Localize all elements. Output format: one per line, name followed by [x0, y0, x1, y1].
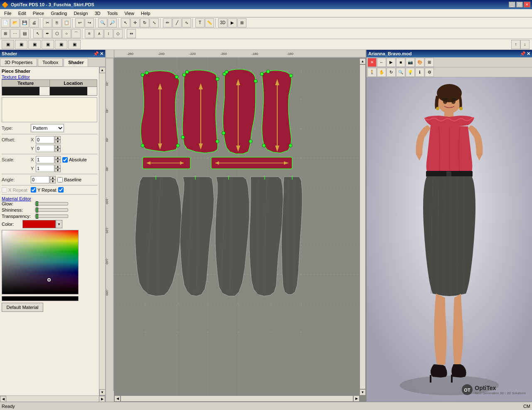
menu-view[interactable]: View: [121, 10, 138, 17]
menu-grading[interactable]: Grading: [47, 10, 70, 17]
absolute-checkbox[interactable]: [62, 157, 68, 163]
scale-x-up[interactable]: ▲: [55, 156, 61, 160]
scale-y-down[interactable]: ▼: [55, 168, 61, 172]
tb-circle[interactable]: ○: [62, 29, 71, 38]
tb-copy[interactable]: ⎘: [52, 18, 62, 27]
type-select[interactable]: Pattern: [31, 124, 64, 132]
tb-simulate[interactable]: ▶: [228, 18, 237, 27]
model-tb-zoom2[interactable]: 🔍: [396, 68, 405, 77]
model-tb-camera[interactable]: 📷: [406, 58, 415, 67]
model-tb-info[interactable]: ℹ: [415, 68, 424, 77]
offset-y-down[interactable]: ▼: [55, 148, 61, 152]
drawing-canvas[interactable]: ▲ ▼ ◀ ▶: [114, 58, 366, 402]
texture-editor-link[interactable]: Texture Editor: [2, 74, 97, 79]
tb-cut[interactable]: ✂: [43, 18, 52, 27]
offset-x-input[interactable]: 0: [36, 136, 54, 143]
scale-y-input[interactable]: [36, 165, 54, 172]
default-material-button[interactable]: Default Material: [2, 303, 43, 312]
color-dropdown-btn[interactable]: ▼: [56, 220, 62, 228]
tb-snap2[interactable]: ⋯: [10, 29, 20, 38]
model-tb-pose[interactable]: ✋: [377, 68, 386, 77]
maximize-button[interactable]: □: [516, 2, 523, 7]
tb-curve[interactable]: ∿: [182, 18, 191, 27]
tb-text[interactable]: T: [195, 18, 204, 27]
scale-x-down[interactable]: ▼: [55, 160, 61, 163]
tab-piece-4[interactable]: ▣: [42, 40, 54, 49]
model-tb-light[interactable]: 💡: [406, 68, 415, 77]
canvas-vscroll-down[interactable]: ▼: [360, 389, 366, 395]
tab-toolbox[interactable]: Toolbox: [38, 58, 63, 67]
hscroll-right[interactable]: ▶: [99, 396, 105, 402]
tb-dart[interactable]: ◇: [113, 29, 123, 38]
offset-y-up[interactable]: ▲: [55, 145, 61, 148]
tb-line[interactable]: ╱: [172, 18, 182, 27]
tb-notch[interactable]: ∧: [94, 29, 103, 38]
panel-vscroll[interactable]: ▲ ▼: [99, 67, 105, 395]
tb-extra-2[interactable]: ↓: [520, 40, 530, 49]
model-tb-render[interactable]: 🎨: [415, 58, 424, 67]
model-pin-icon[interactable]: 📌: [520, 51, 526, 57]
tb-pen[interactable]: ✒: [43, 29, 52, 38]
canvas-vscroll-up[interactable]: ▲: [360, 58, 366, 64]
tb-zoom-out[interactable]: 🔎: [108, 18, 117, 27]
tb-save[interactable]: 💾: [20, 18, 29, 27]
tb-bezier[interactable]: ⌒: [71, 29, 81, 38]
tb-measure[interactable]: 📏: [205, 18, 214, 27]
tb-redo[interactable]: ↪: [85, 18, 94, 27]
offset-y-spin[interactable]: ▲ ▼: [55, 145, 61, 152]
vscroll-up[interactable]: ▲: [99, 67, 106, 73]
tab-piece-5[interactable]: ▣: [55, 40, 67, 49]
tb-new[interactable]: 📄: [1, 18, 10, 27]
model-tb-stop[interactable]: ■: [396, 58, 405, 67]
transparency-slider[interactable]: [35, 215, 68, 218]
scale-x-spin[interactable]: ▲ ▼: [55, 156, 61, 163]
panel-close-icon[interactable]: ✕: [100, 51, 103, 57]
texture-cell[interactable]: [2, 87, 50, 96]
baseline-checkbox[interactable]: [57, 177, 63, 183]
menu-design[interactable]: Design: [70, 10, 91, 17]
tb-move[interactable]: ✛: [131, 18, 140, 27]
model-tb-back[interactable]: ←: [377, 58, 386, 67]
model-tb-play[interactable]: ▶: [387, 58, 396, 67]
canvas-hscroll-right[interactable]: ▶: [353, 395, 360, 402]
tb-cursor[interactable]: ↖: [33, 29, 42, 38]
tb-grid[interactable]: ⊞: [1, 29, 10, 38]
tab-3d-properties[interactable]: 3D Properties: [0, 58, 37, 67]
tab-piece-2[interactable]: ▣: [15, 40, 27, 49]
material-editor-link[interactable]: Material Editor: [2, 196, 97, 201]
menu-piece[interactable]: Piece: [30, 10, 48, 17]
tb-seam[interactable]: ≡: [85, 29, 94, 38]
tab-shader[interactable]: Shader: [64, 58, 88, 67]
tb-snap[interactable]: ⊞: [237, 18, 246, 27]
offset-x-up[interactable]: ▲: [55, 136, 61, 140]
menu-file[interactable]: File: [1, 10, 15, 17]
tb-select[interactable]: ↖: [121, 18, 130, 27]
tb-polygon[interactable]: ⬡: [52, 29, 62, 38]
tab-piece-1[interactable]: ▣: [2, 40, 14, 49]
color-picker-black-bar[interactable]: [2, 296, 79, 301]
model-tb-rotate2[interactable]: ↻: [387, 68, 396, 77]
canvas-hscroll[interactable]: ◀ ▶: [114, 395, 360, 402]
minimize-button[interactable]: _: [509, 2, 515, 7]
panel-pin-icon[interactable]: 📌: [93, 51, 99, 57]
scale-y-up[interactable]: ▲: [55, 165, 61, 168]
model-tb-walk[interactable]: 🚶: [367, 68, 377, 77]
title-bar-buttons[interactable]: _ □ ✕: [509, 2, 530, 7]
menu-3d[interactable]: 3D: [91, 10, 104, 17]
offset-x-spin[interactable]: ▲ ▼: [55, 136, 61, 143]
angle-down[interactable]: ▼: [50, 180, 56, 183]
tb-open[interactable]: 📂: [10, 18, 20, 27]
tb-grain[interactable]: ↕: [104, 29, 113, 38]
tb-paste[interactable]: 📋: [62, 18, 71, 27]
vscroll-down[interactable]: ▼: [99, 389, 106, 395]
tb-scale-tool[interactable]: ⤡: [150, 18, 159, 27]
color-swatch[interactable]: [22, 220, 56, 228]
tab-piece-6[interactable]: ▣: [68, 40, 81, 49]
model-tb-grid2[interactable]: ⊞: [425, 58, 434, 67]
tb-print[interactable]: 🖨: [30, 18, 39, 27]
panel-hscroll[interactable]: ◀ ▶: [0, 395, 105, 402]
scale-y-spin[interactable]: ▲ ▼: [55, 165, 61, 172]
offset-y-input[interactable]: [36, 145, 54, 152]
angle-input[interactable]: [31, 176, 49, 183]
tb-extra-1[interactable]: ↑: [511, 40, 520, 49]
